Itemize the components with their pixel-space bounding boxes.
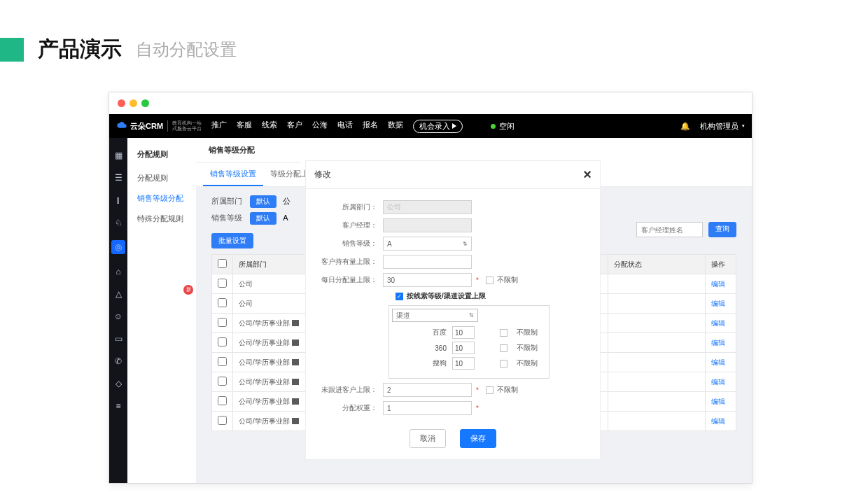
edit-link[interactable]: 编辑 [711,300,725,307]
window-close-dot[interactable] [118,99,125,107]
filter-dept-label: 所属部门 [211,197,242,205]
nav-data[interactable]: 数据 [388,120,403,133]
channel-enable-checkbox[interactable] [396,293,403,300]
cell-dept: 公司 [233,274,317,294]
channel-unlimited-checkbox[interactable] [500,344,507,352]
sidebar-badge: 新 [183,285,193,295]
channel-unlimited-checkbox[interactable] [500,329,507,337]
logo-tag-1: 教育机构一站 [172,120,202,126]
row-checkbox[interactable] [218,279,227,288]
select-caret-icon: ⇅ [469,312,474,318]
channel-type-select[interactable]: 渠道 ⇅ [392,309,478,322]
channel-value-input[interactable] [452,342,475,354]
unfollow-unlimited-checkbox[interactable] [486,386,493,394]
col-checkbox[interactable] [212,255,233,274]
channel-value-input[interactable] [452,357,475,370]
edit-link[interactable]: 编辑 [711,398,725,405]
nav-leads[interactable]: 线索 [262,120,277,133]
daily-unlimited-checkbox[interactable] [486,276,493,284]
field-daily-input[interactable] [383,273,472,287]
row-checkbox[interactable] [218,396,227,405]
select-all-checkbox[interactable] [218,259,227,268]
shield-icon[interactable]: ☰ [113,173,123,183]
cell-blank [608,294,705,314]
user-menu[interactable]: 机构管理员 ▾ [700,121,745,132]
edit-link[interactable]: 编辑 [711,358,725,366]
cell-dept: 公司 [233,294,317,314]
home-icon[interactable]: ⌂ [113,267,123,276]
bell-icon[interactable]: 🔔 [680,122,690,131]
save-button[interactable]: 保存 [460,429,496,448]
people-icon[interactable]: ☺ [113,312,123,321]
nav-phone[interactable]: 电话 [337,120,353,133]
nav-service[interactable]: 客服 [237,120,252,133]
channel-value-input[interactable] [452,326,475,339]
tag-icon[interactable]: ◇ [113,379,123,388]
dashboard-icon[interactable]: ▦ [113,150,123,160]
app-window: 云朵CRM 教育机构一站 式服务云平台 推广 客服 线索 客户 公海 电话 报名… [108,92,752,484]
row-checkbox[interactable] [218,298,227,307]
search-input[interactable] [636,222,703,237]
cell-dept: 公司/学历事业部 [233,412,317,431]
status-text: 空闲 [499,121,514,132]
field-level-select[interactable]: A ⇅ [383,237,472,251]
field-level-value: A [387,240,392,248]
logo-tagline: 教育机构一站 式服务云平台 [172,120,202,131]
tab-level-settings[interactable]: 销售等级设置 [203,163,263,186]
sidebar-item-special[interactable]: 特殊分配规则 [127,209,196,229]
field-hold-input[interactable] [383,255,472,269]
nav-opportunity-entry[interactable]: 机会录入 [413,120,463,133]
logo-separator [167,120,168,132]
sidebar-item-rules[interactable]: 分配规则 [127,168,196,188]
nav-enroll[interactable]: 报名 [363,120,378,133]
col-dept: 所属部门 [233,255,317,274]
row-checkbox[interactable] [218,337,227,346]
sidebar-item-sales-level[interactable]: 销售等级分配 [127,188,196,209]
nav-customers[interactable]: 客户 [287,120,302,133]
row-checkbox[interactable] [218,377,227,386]
nav-public[interactable]: 公海 [312,120,328,133]
triangle-icon[interactable]: △ [113,289,123,299]
modal-close-icon[interactable]: × [583,167,592,183]
window-minimize-dot[interactable] [130,99,137,107]
edit-link[interactable]: 编辑 [711,319,725,327]
cancel-button[interactable]: 取消 [410,429,446,448]
modal-title: 修改 [314,169,331,181]
doc-icon[interactable]: ▭ [113,334,123,344]
modal-footer: 取消 保存 [306,419,600,459]
batch-settings-button[interactable]: 批量设置 [211,233,253,248]
modal-body: 所属部门： 客户经理： 销售等级： A ⇅ 客户持有量上限： [306,189,600,415]
select-caret-icon: ⇅ [463,241,468,247]
list-icon[interactable]: ≡ [113,401,123,411]
edit-link[interactable]: 编辑 [711,339,725,346]
channel-unlimited-checkbox[interactable] [500,360,507,368]
edit-link[interactable]: 编辑 [711,417,725,425]
filter-dept-extra: 公 [283,197,290,205]
row-checkbox[interactable] [218,357,227,366]
edit-link[interactable]: 编辑 [711,280,725,288]
settings-icon[interactable]: ◎ [111,240,125,254]
channel-row: 搜狗不限制 [419,357,546,370]
edit-modal: 修改 × 所属部门： 客户经理： 销售等级： A ⇅ [305,160,601,460]
field-weight-input[interactable] [383,401,472,415]
call-icon[interactable]: ✆ [113,356,123,366]
window-zoom-dot[interactable] [141,99,149,107]
chart-icon[interactable]: ⫿ [113,195,123,205]
window-traffic-lights [109,92,752,114]
filter-dept-chip[interactable]: 默认 [250,195,276,208]
user-icon[interactable]: ♘ [113,218,123,227]
cell-blank [608,333,705,353]
row-checkbox[interactable] [218,318,227,327]
filter-level-label: 销售等级 [211,214,242,222]
row-checkbox[interactable] [218,416,227,425]
required-star: * [476,276,479,284]
field-unfollow-input[interactable] [383,383,472,397]
caret-right-icon [452,123,456,129]
filter-level-chip[interactable]: 默认 [250,212,276,225]
status-dot-icon [491,124,496,129]
search-button[interactable]: 查询 [708,222,736,237]
user-label: 机构管理员 [700,121,738,132]
nav-promote[interactable]: 推广 [211,120,227,133]
channel-name: 搜狗 [419,358,447,368]
edit-link[interactable]: 编辑 [711,378,725,386]
